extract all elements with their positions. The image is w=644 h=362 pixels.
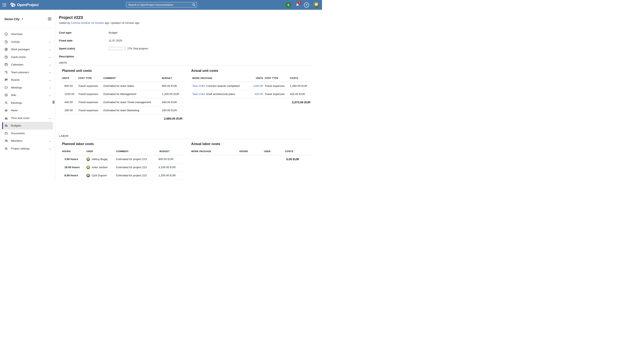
comment-cell: Estimated for team Sales — [104, 82, 162, 90]
arrow-right-icon: → — [48, 94, 51, 97]
comment-cell: Estimated for project 223 — [116, 171, 158, 179]
work-package-link[interactable]: Task #249 — [192, 84, 205, 87]
sidebar-item-label: Activity — [11, 40, 45, 43]
fixed-date-label: Fixed date — [59, 39, 109, 42]
costs-cell: 420.00 EUR — [290, 90, 310, 98]
openproject-logo-mark-icon — [10, 2, 16, 8]
arrow-right-icon: → — [48, 40, 51, 43]
cost-type-cell: Travel expenses — [264, 82, 290, 90]
budget-cell: 190.00 EUR — [162, 106, 184, 114]
sidebar-item-icon — [4, 71, 8, 74]
sidebar-item-label: Time and costs — [11, 116, 45, 120]
sidebar-item-label: Meetings — [11, 86, 45, 89]
user-avatar — [86, 174, 90, 177]
sidebar-item[interactable]: Project settings → — [2, 145, 53, 152]
sidebar-item-label: Members — [11, 139, 45, 142]
sidebar-item[interactable]: Backlogs — [2, 99, 53, 107]
table-row: 190.00 Travel expenses Estimated for tea… — [62, 106, 184, 114]
user-cell: Anke Janßen — [86, 163, 116, 171]
units-cell: 1200.00 — [62, 90, 78, 98]
sidebar-item-label: Wiki — [11, 94, 45, 97]
sidebar-item[interactable]: Time and costs → — [2, 114, 53, 122]
actual-labor-total: 0.00 EUR — [285, 155, 310, 163]
top-header-bar: OpenProject 7 ? — [0, 0, 322, 10]
units-link[interactable]: 1260.00 — [253, 84, 263, 87]
planned-labor-costs-title: Planned labor costs — [62, 142, 184, 146]
notifications-button[interactable]: 7 — [296, 3, 300, 7]
units-cell: 850.00 — [62, 82, 78, 90]
sidebar-item-label: Backlogs — [11, 101, 51, 104]
global-add-button[interactable] — [286, 2, 291, 8]
sidebar-item-icon — [4, 63, 8, 66]
cost-type-cell: Travel expenses — [78, 106, 104, 114]
sidebar-item[interactable]: Members → — [2, 137, 53, 145]
sidebar-item-icon — [4, 55, 8, 59]
search-input[interactable] — [126, 2, 197, 8]
sidebar-item-label: Gantt charts — [11, 56, 45, 59]
sidebar-item-label: Team planners — [11, 71, 45, 74]
app-launcher-icon[interactable] — [3, 3, 6, 7]
author-link[interactable]: Corinna Günther 18 minutes — [71, 21, 104, 24]
table-total-row: 2,070.00 EUR — [191, 98, 310, 107]
attribute-row: Fixed date 11.07.2025 — [59, 37, 313, 45]
table-header-row: WORK PACKAGE UNITS COST TYPE COSTS — [191, 75, 310, 82]
sidebar-item[interactable]: News — [2, 107, 53, 114]
table-header-row: WORK PACKAGEHOURSUSERCOSTS — [191, 148, 310, 155]
units-cell: 1260.00 — [252, 82, 264, 90]
cost-type-cell: Travel expenses — [264, 90, 290, 98]
sidebar-item[interactable]: Calendars → — [2, 61, 53, 69]
work-package-subject: : Draft architectural plans — [205, 93, 235, 96]
attribute-row: Spent (ratio) 27% Total progress — [59, 45, 313, 53]
costs-cell: 1,260.00 EUR — [290, 82, 310, 90]
units-link[interactable]: 420.00 — [255, 93, 263, 96]
planned-unit-costs-title: Planned unit costs — [62, 69, 184, 73]
progress-label: 27% Total progress — [128, 47, 148, 50]
sidebar-item[interactable]: Gantt charts → — [2, 53, 53, 61]
project-sidebar: Demo City ▼ Overview Activity → — [0, 10, 55, 181]
sidebar-item[interactable]: Activity → — [2, 38, 53, 46]
units-cell: 440.00 — [62, 98, 78, 106]
budget-cell: 600.00 EUR — [158, 155, 184, 163]
user-avatar — [86, 157, 90, 161]
hours-cell: 16.00 hours — [62, 163, 86, 171]
meta-prefix: Added by — [59, 21, 71, 24]
sidebar-item-icon — [4, 86, 8, 89]
sidebar-item[interactable]: Meetings → — [2, 84, 53, 92]
work-package-link[interactable]: Task #244 — [192, 93, 205, 96]
sidebar-item-label: Boards — [11, 78, 45, 81]
actual-unit-costs-title: Actual unit costs — [191, 69, 310, 73]
column-header: UNITS — [252, 75, 264, 82]
sidebar-item[interactable]: Work packages → — [2, 46, 53, 53]
sidebar-item[interactable]: Wiki → — [2, 91, 53, 99]
column-header: COMMENT — [104, 75, 162, 82]
sidebar-item[interactable]: Boards → — [2, 76, 53, 84]
help-button[interactable]: ? — [304, 3, 309, 8]
budget-attributes: Cost type Budget Fixed date 11.07.2025 S… — [59, 29, 313, 60]
sidebar-collapse-button[interactable] — [48, 17, 52, 21]
search-icon[interactable] — [192, 3, 196, 7]
budget-detail-page: Project #223 Added by Corinna Günther 18… — [56, 10, 322, 181]
column-header: COST TYPE — [264, 75, 290, 82]
project-selector[interactable]: Demo City ▼ — [4, 17, 23, 21]
sidebar-item[interactable]: Overview — [2, 30, 53, 38]
comment-cell: Estimated for team Marketing — [104, 106, 162, 114]
sidebar-item-icon — [4, 124, 8, 127]
sidebar-item[interactable]: Team planners → — [2, 69, 53, 76]
arrow-right-icon: → — [48, 63, 51, 66]
header-actions: 7 ? — [286, 0, 322, 10]
meta-suffix: ago. Updated 16 minutes ago. — [104, 21, 140, 24]
documentation-search — [126, 2, 197, 8]
sidebar-item-label: Budgets — [11, 124, 51, 127]
work-package-subject: : Contract awards completed — [205, 84, 240, 87]
sidebar-item-icon — [4, 116, 8, 120]
arrow-right-icon: → — [48, 86, 51, 89]
openproject-logo[interactable]: OpenProject — [10, 2, 38, 8]
sidebar-item-label: Project settings — [11, 147, 45, 150]
sidebar-item[interactable]: Budgets — [2, 122, 53, 129]
sidebar-item[interactable]: Documents — [2, 129, 53, 137]
sidebar-resize-handle[interactable] — [53, 101, 54, 104]
table-row: 16.00 hours Anke Janßen Estimated for pr… — [62, 163, 184, 171]
actual-labor-costs-title: Actual labor costs — [191, 142, 310, 146]
user-avatar[interactable] — [313, 2, 319, 8]
sidebar-item-icon — [4, 101, 8, 105]
